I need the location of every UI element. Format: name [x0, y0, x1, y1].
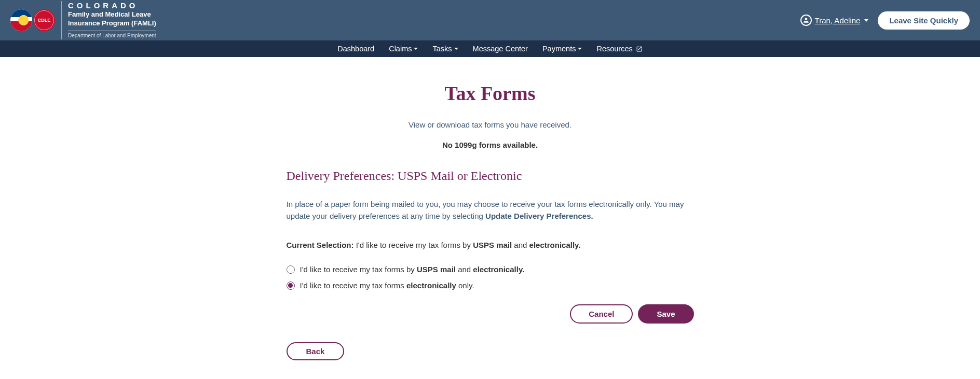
nav-message-center[interactable]: Message Center — [473, 40, 528, 57]
external-link-icon — [636, 46, 643, 52]
radio-option-electronic-only[interactable]: I'd like to receive my tax forms electro… — [287, 281, 694, 290]
current-selection-value: I'd like to receive my tax forms by USPS… — [354, 241, 581, 249]
nav-message-center-label: Message Center — [473, 45, 528, 53]
chevron-down-icon — [454, 48, 458, 50]
page-title: Tax Forms — [287, 82, 694, 105]
radio-label: I'd like to receive my tax forms electro… — [300, 281, 474, 290]
back-row: Back — [287, 342, 694, 360]
nav-inner: Dashboard Claims Tasks Message Center Pa… — [337, 40, 643, 57]
content: Tax Forms View or download tax forms you… — [276, 57, 704, 379]
nav-dashboard-label: Dashboard — [337, 45, 374, 53]
nav-resources[interactable]: Resources — [596, 40, 642, 57]
radio-label: I'd like to receive my tax forms by USPS… — [300, 265, 525, 274]
chevron-down-icon — [414, 48, 418, 50]
info-text-strong: Update Delivery Preferences. — [485, 212, 593, 220]
page-subtitle: View or download tax forms you have rece… — [287, 120, 694, 129]
chevron-down-icon — [864, 19, 868, 22]
radio-icon — [287, 282, 295, 290]
current-selection: Current Selection: I'd like to receive m… — [287, 241, 694, 249]
logo-badges: CDLE — [10, 9, 55, 31]
current-selection-label: Current Selection: — [287, 241, 354, 249]
user-menu[interactable]: Tran, Adeline — [800, 15, 869, 26]
brand-text: COLORADO Family and Medical Leave Insura… — [61, 1, 156, 40]
logo-area: CDLE COLORADO Family and Medical Leave I… — [10, 1, 156, 40]
brand-title: COLORADO — [68, 1, 156, 10]
nav-payments[interactable]: Payments — [542, 40, 582, 57]
back-button[interactable]: Back — [287, 342, 345, 360]
save-button[interactable]: Save — [638, 304, 693, 324]
nav-payments-label: Payments — [542, 45, 576, 53]
brand-subtitle-1: Family and Medical Leave — [68, 11, 156, 19]
brand-department: Department of Labor and Employment — [68, 30, 156, 38]
user-icon — [800, 15, 812, 26]
delivery-preferences-heading: Delivery Preferences: USPS Mail or Elect… — [287, 169, 694, 183]
leave-site-quickly-button[interactable]: Leave Site Quickly — [878, 11, 970, 30]
action-row: Cancel Save — [287, 304, 694, 324]
nav-claims[interactable]: Claims — [389, 40, 418, 57]
user-name: Tran, Adeline — [815, 16, 861, 25]
nav-dashboard[interactable]: Dashboard — [337, 40, 374, 57]
nav-bar: Dashboard Claims Tasks Message Center Pa… — [0, 40, 980, 57]
nav-tasks-label: Tasks — [432, 45, 452, 53]
cdle-seal-icon: CDLE — [33, 9, 55, 31]
brand-subtitle-2: Insurance Program (FAMLI) — [68, 20, 156, 27]
nav-claims-label: Claims — [389, 45, 412, 53]
radio-option-usps-and-electronic[interactable]: I'd like to receive my tax forms by USPS… — [287, 265, 694, 274]
chevron-down-icon — [578, 48, 582, 50]
colorado-seal-icon — [10, 9, 32, 31]
cancel-button[interactable]: Cancel — [570, 304, 633, 324]
radio-icon — [287, 265, 295, 274]
nav-resources-label: Resources — [596, 45, 632, 53]
top-header: CDLE COLORADO Family and Medical Leave I… — [0, 0, 980, 40]
nav-tasks[interactable]: Tasks — [432, 40, 458, 57]
header-right: Tran, Adeline Leave Site Quickly — [800, 11, 970, 30]
no-forms-message: No 1099g forms available. — [287, 141, 694, 149]
info-text: In place of a paper form being mailed to… — [287, 199, 694, 222]
